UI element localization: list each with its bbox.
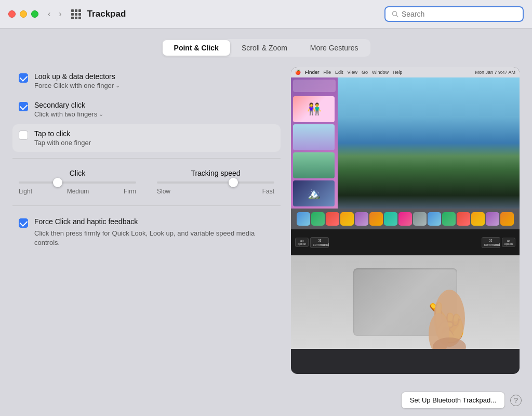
look-up-subtitle: Force Click with one finger ⌄ (34, 82, 120, 89)
click-label-light: Light (19, 188, 32, 195)
sim-trackpad: 🤞 (291, 255, 520, 349)
tap-to-click-subtitle: Tap with one finger (34, 139, 91, 147)
tap-to-click-title: Tap to click (34, 129, 91, 138)
kb-left: altoption ⌘command (295, 237, 329, 248)
sim-dock (291, 209, 520, 229)
dock-icon-6 (369, 212, 383, 226)
dock-icon-1 (297, 212, 310, 226)
click-slider-label: Click (70, 169, 85, 177)
bottom-bar: Set Up Bluetooth Trackpad... ? (0, 384, 532, 416)
sim-thumb-1: 👫 (293, 96, 335, 122)
secondary-click-chevron-icon: ⌄ (99, 111, 103, 118)
content-area: Look up & data detectors Force Click wit… (12, 67, 520, 374)
sim-main-view (338, 77, 520, 209)
tracking-slider-group: Tracking speed Slow Fast (157, 169, 274, 195)
dock-icon-15 (500, 212, 514, 226)
dock-icon-11 (442, 212, 456, 226)
search-box[interactable] (384, 6, 524, 22)
zoom-button[interactable] (31, 10, 38, 18)
app-grid-icon[interactable] (71, 9, 81, 19)
hand-overlay (410, 266, 483, 349)
tracking-label-fast: Fast (262, 188, 274, 195)
look-up-checkbox[interactable] (19, 73, 28, 83)
force-click-description: Click then press firmly for Quick Look, … (34, 229, 274, 248)
titlebar: ‹ › Trackpad (0, 0, 532, 29)
sim-toolbar (293, 80, 336, 92)
dock-icon-8 (398, 212, 412, 226)
setup-bluetooth-button[interactable]: Set Up Bluetooth Trackpad... (401, 392, 505, 409)
kb-option-right: altoption (502, 238, 515, 247)
secondary-click-checkbox[interactable] (19, 102, 28, 111)
look-up-text: Look up & data detectors Force Click wit… (34, 72, 120, 89)
secondary-click-text: Secondary click Click with two fingers ⌄ (34, 101, 103, 118)
dock-icon-7 (384, 212, 397, 226)
look-up-chevron-icon: ⌄ (115, 82, 120, 89)
search-icon (392, 10, 398, 18)
option-secondary-click: Secondary click Click with two fingers ⌄ (12, 96, 281, 123)
force-click-checkbox[interactable] (19, 218, 28, 228)
tracking-slider-labels: Slow Fast (157, 188, 274, 195)
sim-sidebar: 👫 🏔️ (291, 77, 338, 209)
tracking-slider-label: Tracking speed (191, 169, 240, 177)
kb-cmd-right: ⌘command (482, 237, 500, 248)
sim-screen: 🍎 Finder File Edit View Go Window Help M… (291, 67, 520, 349)
divider-2 (12, 205, 281, 206)
back-button[interactable]: ‹ (45, 8, 54, 20)
click-slider-labels: Light Medium Firm (19, 188, 136, 195)
minimize-button[interactable] (20, 10, 27, 18)
click-label-medium: Medium (67, 188, 89, 195)
tab-point-click[interactable]: Point & Click (163, 40, 230, 56)
look-up-title: Look up & data detectors (34, 72, 120, 81)
tab-scroll-zoom[interactable]: Scroll & Zoom (230, 40, 299, 56)
option-force-click: Force Click and haptic feedback Click th… (12, 212, 281, 253)
dock-icon-5 (355, 212, 368, 226)
preview-panel: 🍎 Finder File Edit View Go Window Help M… (291, 67, 520, 374)
sliders-section: Click Light Medium Firm Tracking speed (12, 165, 281, 199)
main-content: Point & Click Scroll & Zoom More Gesture… (0, 29, 532, 384)
tap-to-click-checkbox[interactable] (19, 131, 28, 140)
search-input[interactable] (402, 10, 516, 18)
dock-icon-9 (413, 212, 427, 226)
forward-button[interactable]: › (56, 8, 64, 20)
tracking-label-slow: Slow (157, 188, 170, 195)
kb-right: ⌘command altoption (482, 237, 515, 248)
sim-content: 👫 🏔️ (291, 77, 520, 209)
sim-thumb-3 (293, 152, 335, 178)
option-tap-to-click: Tap to click Tap with one finger (12, 124, 281, 152)
tabs: Point & Click Scroll & Zoom More Gesture… (162, 39, 371, 57)
kb-cmd-left: ⌘command (310, 237, 329, 248)
tabs-container: Point & Click Scroll & Zoom More Gesture… (12, 39, 520, 57)
nav-buttons: ‹ › (45, 8, 65, 20)
dock-icon-10 (428, 212, 441, 226)
close-button[interactable] (8, 10, 16, 18)
kb-option-left: altoption (295, 238, 309, 247)
traffic-lights (8, 10, 38, 18)
svg-line-1 (396, 15, 398, 17)
tap-to-click-text: Tap to click Tap with one finger (34, 129, 91, 147)
window-title: Trackpad (87, 9, 378, 19)
tab-more-gestures[interactable]: More Gestures (299, 40, 370, 56)
tracking-slider-track[interactable] (157, 181, 274, 184)
dock-icon-4 (340, 212, 354, 226)
tracking-slider-thumb[interactable] (229, 178, 238, 187)
dock-icon-12 (457, 212, 470, 226)
tracking-slider-container (157, 181, 274, 184)
secondary-click-title: Secondary click (34, 101, 103, 109)
help-button[interactable]: ? (510, 395, 522, 406)
dock-icon-3 (326, 212, 339, 226)
click-slider-container (19, 181, 136, 184)
divider-1 (12, 158, 281, 159)
secondary-click-subtitle: Click with two fingers ⌄ (34, 110, 103, 118)
click-slider-track[interactable] (19, 181, 136, 184)
click-slider-thumb[interactable] (53, 178, 62, 187)
click-label-firm: Firm (124, 188, 136, 195)
left-panel: Look up & data detectors Force Click wit… (12, 67, 281, 374)
sim-thumb-4: 🏔️ (293, 180, 335, 206)
option-look-up: Look up & data detectors Force Click wit… (12, 67, 281, 95)
sim-menubar: 🍎 Finder File Edit View Go Window Help M… (291, 67, 520, 77)
force-click-title: Force Click and haptic feedback (34, 217, 274, 226)
dock-icon-2 (311, 212, 325, 226)
click-slider-group: Click Light Medium Firm (19, 169, 136, 195)
dock-icon-13 (471, 212, 485, 226)
force-click-text: Force Click and haptic feedback Click th… (34, 217, 274, 248)
